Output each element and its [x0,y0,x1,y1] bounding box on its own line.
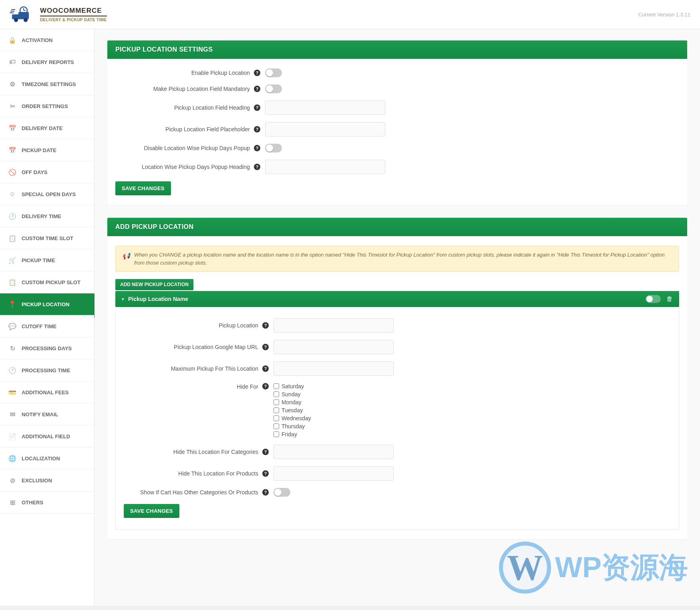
day-checkbox-saturday[interactable]: Saturday [274,383,311,389]
nav-label: CUTOFF TIME [22,323,56,329]
day-label: Monday [282,399,302,405]
show-if-toggle[interactable] [274,488,290,497]
logo-title: WOOCOMMERCE [40,7,107,15]
day-checkbox-friday[interactable]: Friday [274,431,311,437]
nav-icon: 🔒 [9,36,16,44]
nav-label: ADDITIONAL FEES [22,389,69,395]
sidebar-item-pickup-time[interactable]: 🛒PICKUP TIME [0,249,94,271]
sidebar-item-timezone-settings[interactable]: ⚙TIMEZONE SETTINGS [0,73,94,95]
sidebar-item-cutoff-time[interactable]: 💬CUTOFF TIME [0,315,94,337]
sidebar-item-additional-fees[interactable]: 💳ADDITIONAL FEES [0,381,94,403]
sidebar-item-processing-days[interactable]: ↻PROCESSING DAYS [0,337,94,359]
hide-categories-label: Hide This Location For Categories [124,448,260,455]
add-new-location-button[interactable]: ADD NEW PICKUP LOCATION [115,279,193,290]
day-label: Friday [282,431,297,437]
placeholder-input[interactable] [265,122,385,136]
sidebar-item-delivery-date[interactable]: 📅DELIVERY DATE [0,117,94,139]
day-checkbox-input[interactable] [274,415,279,421]
location-input[interactable] [274,318,394,333]
svg-point-3 [24,18,28,22]
nav-icon: 📍 [9,301,16,308]
save-button[interactable]: SAVE CHANGES [115,181,171,195]
heading-label: Pickup Location Field Heading [115,104,251,111]
logo: WOOCOMMERCE DELIVERY & PICKUP DATE TIME [10,5,107,24]
day-checkbox-sunday[interactable]: Sunday [274,391,311,397]
sidebar-item-custom-pickup-slot[interactable]: 📋CUSTOM PICKUP SLOT [0,271,94,293]
logo-icon [10,5,35,24]
sidebar-item-exclusion[interactable]: ⊘EXCLUSION [0,470,94,492]
sidebar-item-special-open-days[interactable]: ☺SPECIAL OPEN DAYS [0,183,94,205]
nav-icon: 📋 [9,279,16,286]
help-icon[interactable]: ? [254,164,260,170]
mandatory-toggle[interactable] [265,84,282,93]
sidebar-item-delivery-reports[interactable]: 🏷DELIVERY REPORTS [0,51,94,73]
help-icon[interactable]: ? [254,104,260,111]
day-checkbox-input[interactable] [274,407,279,413]
disable-popup-toggle[interactable] [265,144,282,152]
nav-icon: 🕐 [9,367,16,374]
enable-toggle[interactable] [265,68,282,77]
day-checkbox-input[interactable] [274,399,279,405]
sidebar-item-off-days[interactable]: 🚫OFF DAYS [0,161,94,183]
help-icon[interactable]: ? [262,344,269,350]
sidebar-item-others[interactable]: ⊞OTHERS [0,492,94,514]
help-icon[interactable]: ? [254,86,260,92]
nav-icon: 🚫 [9,169,16,176]
save-button[interactable]: SAVE CHANGES [124,504,179,518]
location-enable-toggle[interactable] [646,295,661,303]
hide-products-input[interactable] [274,466,394,481]
sidebar-item-pickup-location[interactable]: 📍PICKUP LOCATION [0,293,94,315]
nav-label: LOCALIZATION [22,455,60,462]
nav-icon: 💳 [9,389,16,396]
help-icon[interactable]: ? [254,145,260,151]
trash-icon[interactable]: 🗑 [666,295,673,303]
notice: 📢 When you CHANGE a pickup location name… [115,246,679,272]
map-url-input[interactable] [274,340,394,354]
max-pickup-input[interactable] [274,361,394,376]
popup-heading-input[interactable] [265,160,385,174]
sidebar-item-custom-time-slot[interactable]: 📋CUSTOM TIME SLOT [0,227,94,249]
sidebar-item-notify-email[interactable]: ✉NOTIFY EMAIL [0,403,94,425]
help-icon[interactable]: ? [262,365,269,372]
sidebar-item-pickup-date[interactable]: 📅PICKUP DATE [0,139,94,161]
help-icon[interactable]: ? [254,126,260,132]
nav-label: OFF DAYS [22,169,48,175]
day-checkbox-wednesday[interactable]: Wednesday [274,415,311,421]
day-label: Tuesday [282,407,303,413]
heading-input[interactable] [265,100,385,115]
sidebar-item-processing-time[interactable]: 🕐PROCESSING TIME [0,359,94,381]
content: PICKUP LOCATION SETTINGS Enable Pickup L… [95,29,700,606]
nav-icon: ⚙ [9,80,16,88]
help-icon[interactable]: ? [262,470,269,477]
help-icon[interactable]: ? [262,383,269,389]
nav-icon: 🕐 [9,213,16,220]
day-checkbox-input[interactable] [274,431,279,437]
help-icon[interactable]: ? [254,70,260,76]
sidebar-item-localization[interactable]: 🌐LOCALIZATION [0,447,94,470]
location-accordion-header[interactable]: ▾ Pickup Location Name 🗑 [115,291,679,307]
help-icon[interactable]: ? [262,449,269,455]
hide-products-label: Hide This Location For Products [124,470,260,477]
day-checkbox-input[interactable] [274,423,279,429]
hide-categories-input[interactable] [274,445,394,459]
notice-text: When you CHANGE a pickup location name a… [134,251,672,267]
nav-icon: ⊞ [9,499,16,506]
day-checkbox-tuesday[interactable]: Tuesday [274,407,311,413]
sidebar-item-activation[interactable]: 🔒ACTIVATION [0,29,94,51]
day-checkbox-input[interactable] [274,383,279,389]
mandatory-label: Make Pickup Location Field Mandatory [115,85,251,92]
sidebar-item-delivery-time[interactable]: 🕐DELIVERY TIME [0,205,94,227]
nav-label: DELIVERY TIME [22,213,61,219]
day-checkbox-monday[interactable]: Monday [274,399,311,405]
svg-rect-0 [18,12,29,19]
nav-icon: 🏷 [9,58,16,66]
help-icon[interactable]: ? [262,322,269,329]
help-icon[interactable]: ? [262,489,269,496]
location-label: Pickup Location [124,322,260,329]
sidebar-item-order-settings[interactable]: ✂ORDER SETTINGS [0,95,94,117]
sidebar-item-additional-field[interactable]: 📄ADDITIONAL FIELD [0,425,94,447]
accordion-title: Pickup Location Name [128,296,188,302]
nav-label: NOTIFY EMAIL [22,411,58,417]
day-checkbox-thursday[interactable]: Thursday [274,423,311,429]
day-checkbox-input[interactable] [274,391,279,397]
